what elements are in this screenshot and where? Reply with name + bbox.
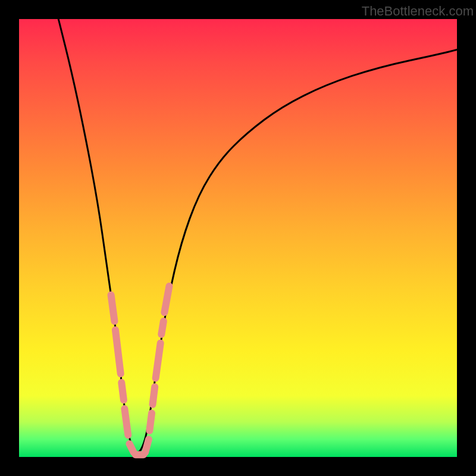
chart-plot-area [19, 19, 457, 457]
chart-frame: TheBottleneck.com [0, 0, 476, 476]
watermark-text: TheBottleneck.com [362, 4, 474, 19]
